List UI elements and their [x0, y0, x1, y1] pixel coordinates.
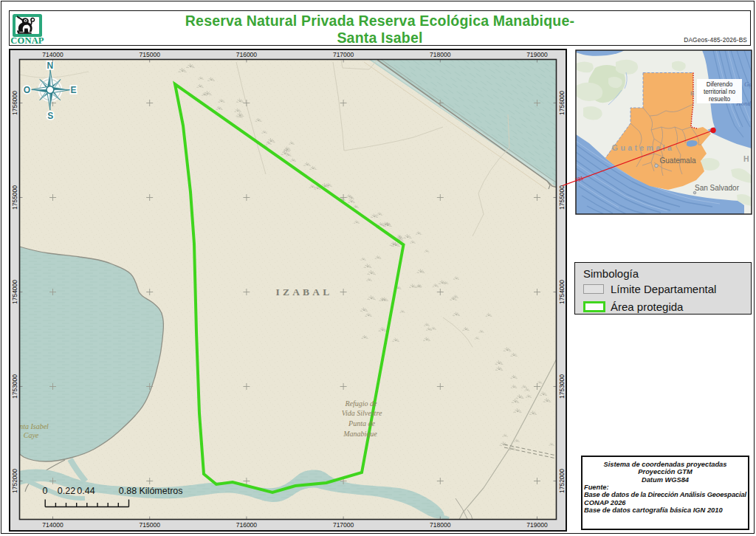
svg-text:B: B: [690, 90, 694, 97]
svg-text:Diferendo: Diferendo: [707, 81, 733, 88]
svg-text:Ho: Ho: [743, 154, 756, 163]
svg-text:Guatemala: Guatemala: [612, 143, 674, 152]
svg-text:Guatemala: Guatemala: [660, 157, 696, 165]
svg-text:resuelto: resuelto: [709, 96, 731, 103]
svg-text:territorial no: territorial no: [704, 89, 736, 95]
svg-text:San Salvador: San Salvador: [695, 184, 740, 192]
